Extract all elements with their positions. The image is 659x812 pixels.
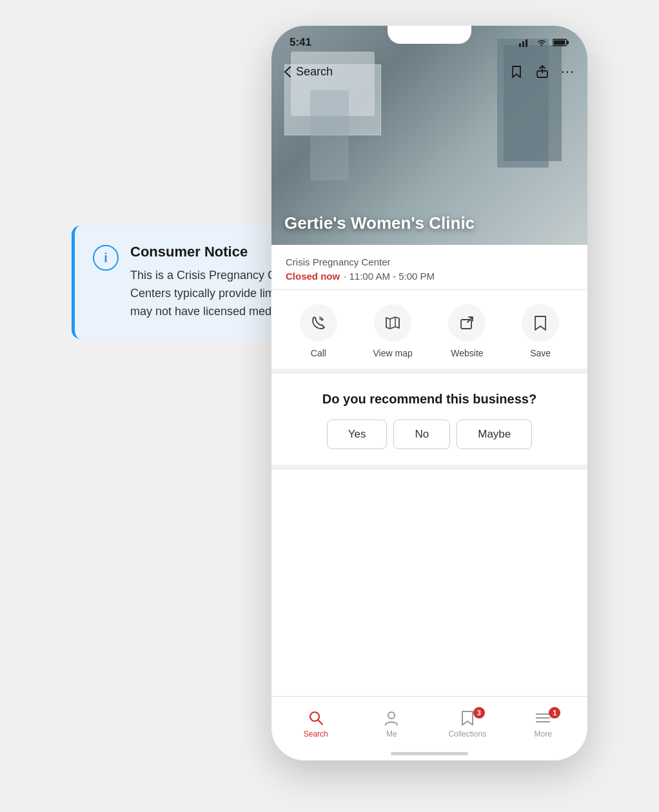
- phone-icon: [310, 314, 327, 331]
- business-hours: Closed now · 11:00 AM - 5:00 PM: [286, 271, 573, 282]
- tab-bar: Search Me 3 Collections: [271, 696, 587, 760]
- wifi-icon: [536, 38, 547, 47]
- action-buttons: Call View map: [271, 290, 587, 374]
- collections-tab-label: Collections: [448, 730, 486, 739]
- nav-back-button[interactable]: Search: [284, 65, 333, 79]
- map-icon: [374, 304, 411, 342]
- maybe-button[interactable]: Maybe: [457, 420, 532, 449]
- call-label: Call: [311, 348, 326, 358]
- recommendation-section: Do you recommend this business? Yes No M…: [271, 374, 587, 470]
- phone-notch: [388, 26, 471, 44]
- website-button[interactable]: Website: [448, 304, 486, 358]
- save-label: Save: [530, 348, 551, 358]
- status-time: 5:41: [290, 36, 311, 49]
- more-tab-label: More: [535, 730, 552, 739]
- viewmap-label: View map: [373, 348, 413, 358]
- svg-rect-2: [526, 39, 527, 47]
- nav-actions: ···: [509, 63, 575, 80]
- more-icon[interactable]: ···: [561, 63, 575, 80]
- svg-rect-5: [554, 41, 566, 45]
- me-tab-icon: [383, 710, 400, 726]
- signal-icon: [519, 38, 531, 47]
- business-category: Crisis Pregnancy Center: [286, 256, 573, 267]
- save-icon: [522, 304, 559, 342]
- map-svg: [384, 314, 401, 331]
- nav-back-label: Search: [296, 65, 333, 79]
- content-area: Crisis Pregnancy Center Closed now · 11:…: [271, 245, 587, 760]
- business-info: Crisis Pregnancy Center Closed now · 11:…: [271, 245, 587, 290]
- battery-icon: [553, 38, 569, 47]
- svg-rect-4: [567, 41, 569, 44]
- svg-point-12: [388, 712, 395, 719]
- recommendation-title: Do you recommend this business?: [286, 392, 573, 407]
- svg-rect-9: [461, 320, 471, 329]
- bookmark-save-icon: [533, 314, 548, 331]
- svg-rect-1: [522, 41, 524, 47]
- website-icon: [448, 304, 486, 342]
- no-button[interactable]: No: [393, 420, 450, 449]
- viewmap-button[interactable]: View map: [373, 304, 413, 358]
- me-tab-label: Me: [386, 730, 397, 739]
- tab-collections[interactable]: 3 Collections: [445, 710, 490, 739]
- status-icons: [519, 38, 569, 47]
- bookmark-icon[interactable]: [509, 64, 524, 79]
- window-decor-3: [310, 90, 349, 180]
- page-wrapper: i Consumer Notice This is a Crisis Pregn…: [72, 26, 587, 786]
- save-button[interactable]: Save: [522, 304, 559, 358]
- search-tab-icon: [308, 710, 324, 726]
- svg-line-11: [318, 720, 322, 724]
- tab-more[interactable]: 1 More: [520, 710, 566, 739]
- external-link-icon: [458, 314, 475, 331]
- business-name: Gertie's Women's Clinic: [271, 213, 587, 233]
- tab-search[interactable]: Search: [293, 710, 339, 739]
- website-label: Website: [451, 348, 483, 358]
- call-icon: [300, 304, 337, 342]
- hours-detail: · 11:00 AM - 5:00 PM: [344, 271, 435, 282]
- info-icon: i: [93, 245, 119, 271]
- more-badge: 1: [549, 707, 560, 719]
- recommendation-buttons: Yes No Maybe: [286, 420, 573, 449]
- nav-bar: Search ···: [271, 58, 587, 85]
- phone-frame: 5:41: [271, 26, 587, 760]
- collections-badge: 3: [473, 707, 485, 719]
- yes-button[interactable]: Yes: [327, 420, 388, 449]
- home-indicator: [391, 752, 468, 755]
- search-tab-label: Search: [304, 730, 328, 739]
- share-icon[interactable]: [535, 64, 549, 79]
- call-button[interactable]: Call: [300, 304, 337, 358]
- tab-me[interactable]: Me: [369, 710, 414, 739]
- svg-rect-0: [519, 43, 521, 47]
- chevron-left-icon: [284, 66, 291, 77]
- closed-status: Closed now: [286, 271, 340, 282]
